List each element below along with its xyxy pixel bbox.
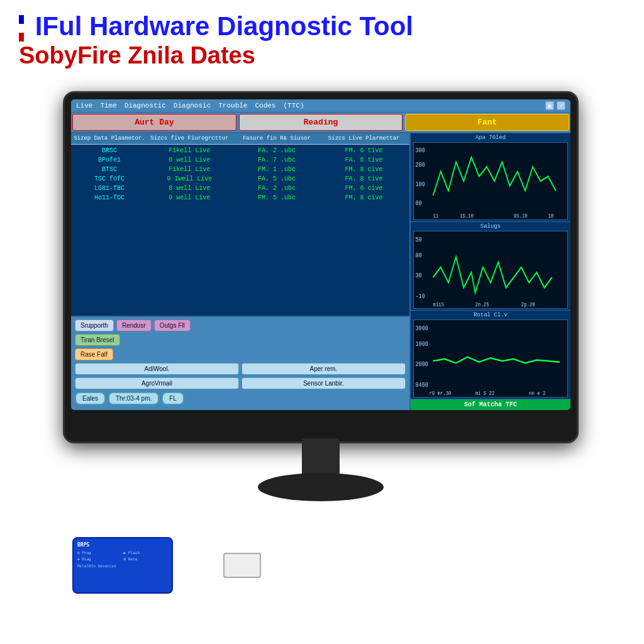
device-icons: ⚙ Prog ▶ Flash ◈ Diag ⊞ Data [77,550,168,561]
btn-row-4: AgroVrmail Sensor Lanbir. [75,377,406,389]
svg-text:50: 50 [415,236,421,243]
svg-text:10: 10 [548,213,553,219]
row6-c3: FM. 5 .ubc [234,194,320,201]
btn-row-2b: Rase Falf [75,348,406,360]
row3-c2: Fikell Live [147,166,233,173]
tab-aurt-day[interactable]: Aurt Day [72,114,236,131]
row4-c4: FA. 8 tive [321,175,407,182]
btn-outgs[interactable]: Outgs Fll [154,319,191,331]
menu-icon-1[interactable]: ▣ [545,101,554,110]
btn-thr[interactable]: Thr:03-4 pm. [108,392,159,405]
device-icon-4: ⊞ Data [124,557,169,561]
btn-sensor[interactable]: Sensor Lanbir. [242,377,406,389]
chart3-svg: 3000 1000 2000 8460 r9 mr.30 mi S 22 nn … [414,320,567,397]
svg-text:1000: 1000 [415,340,428,348]
row1-c2: Fikell Live [147,147,233,154]
svg-text:2p.20: 2p.20 [521,301,535,308]
row2-c2: 0 well Live [147,157,233,164]
row5-c3: FA. 2 .ubc [234,185,320,192]
chart2-title: Salugs [413,223,568,230]
menu-trouble[interactable]: Trouble [218,102,247,109]
menu-ttc[interactable]: (TTC) [283,102,304,109]
monitor-stand-base [258,473,384,501]
monitor-shell: Live Time Diagnostic Diagnosic Trouble C… [63,91,579,443]
svg-text:-10: -10 [415,292,425,300]
menu-icon-2[interactable]: ✓ [557,101,565,110]
screen-content: Live Time Diagnostic Diagnosic Trouble C… [71,99,570,410]
row6-c4: FM. 8 cive [321,194,407,201]
chart1-title: Apa 70led [413,135,568,141]
tab-reading[interactable]: Reading [239,114,403,131]
row1-c3: FA. 2 .ubc [234,147,320,154]
col-header-2: Sizcs five Fiurogrcttur [147,135,233,142]
btn-row-1: Srupporth Rendusr Outgs Fll [75,319,406,331]
btn-srupporth[interactable]: Srupporth [75,319,114,331]
col-header-3: Fasure fin R& Siusor [234,135,320,142]
row2-c3: FA. 7 .ubc [234,157,320,164]
svg-text:mi15: mi15 [433,301,444,308]
col-header-1: Sizep Data Plaametor. [74,135,145,142]
menu-diagnosic[interactable]: Diagnosic [174,102,211,109]
header-line2: SobyFire Znila Dates [19,42,625,70]
device-subtitle: MetalNfo Advanced [77,564,168,568]
main-area: Sizep Data Plaametor. Sizcs five Fiurogr… [71,133,570,410]
btn-rase[interactable]: Rase Falf [75,348,113,360]
table-row: BTSC Fikell Live FM. 1 .ubc FM. 8 cive [74,165,407,174]
menu-icons: ▣ ✓ [545,101,565,110]
btn-agrovrmail[interactable]: AgroVrmail [75,377,239,389]
device-box: BRP5 ⚙ Prog ▶ Flash ◈ Diag ⊞ Data MetalN… [72,537,173,594]
menu-items: Live Time Diagnostic Diagnosic Trouble C… [76,102,304,109]
chart1-svg: 300 200 100 80 11 1S.10 9S.10 10 [414,143,567,219]
svg-text:11: 11 [433,213,438,219]
monitor-bezel: Live Time Diagnostic Diagnosic Trouble C… [71,99,570,410]
svg-text:30: 30 [415,272,421,279]
svg-text:9S.10: 9S.10 [514,213,528,219]
row4-c3: FA. 5 .ubc [234,175,320,182]
connector-group [211,553,261,578]
row6-c2: 9 well Live [147,194,233,201]
row4-c2: 9 Iwell Live [147,175,233,182]
chart1-area: 300 200 100 80 11 1S.10 9S.10 10 [413,142,568,220]
row2-c1: BPofe1 [74,157,145,164]
device-icon-3: ◈ Diag [77,557,122,561]
chart-block-3: Rotal Cl.v 3000 1000 2000 8460 r9 mr.30 … [411,311,570,399]
header: IFul Hardware Diagnostic Tool SobyFire Z… [19,11,625,70]
menu-bar: Live Time Diagnostic Diagnosic Trouble C… [71,99,570,113]
chart2-area: 50 80 30 -10 mi15 2n.25 2p.20 [413,231,568,309]
data-panel: Sizep Data Plaametor. Sizcs five Fiurogr… [71,133,411,410]
row3-c4: FM. 8 cive [321,166,407,173]
row5-c2: 8 well Live [147,185,233,192]
svg-text:300: 300 [415,147,425,154]
flag-icon [19,15,24,42]
row4-c1: TSC fofC [74,175,145,182]
svg-text:2n.25: 2n.25 [475,301,489,308]
svg-text:100: 100 [415,180,425,188]
table-row: BRSC Fikell Live FA. 2 .ubc FM. 6 tive [74,146,407,155]
btn-fl[interactable]: FL [162,392,184,405]
col-headers: Sizep Data Plaametor. Sizcs five Fiurogr… [71,133,409,145]
chart2-svg: 50 80 30 -10 mi15 2n.25 2p.20 [414,231,567,308]
menu-diagnostic1[interactable]: Diagnostic [125,102,166,109]
menu-live[interactable]: Live [76,102,92,109]
menu-codes[interactable]: Codes [255,102,275,109]
btn-row-5: Eales Thr:03-4 pm. FL [75,392,406,405]
btn-rendusr[interactable]: Rendusr [116,319,152,331]
btn-aperrem[interactable]: Aper rem. [242,363,406,375]
tab-row: Aurt Day Reading Fant [71,113,570,133]
svg-text:200: 200 [415,161,425,169]
tab-fant[interactable]: Fant [405,114,569,131]
btn-tiran[interactable]: Tiran Bresel [75,334,120,346]
btn-row-3: AdiWool. Aper rem. [75,363,406,375]
status-bar: Sof Matcha TFC [411,399,570,410]
chart-block-1: Apa 70led 300 200 100 80 11 1S.10 9S.10 [411,133,570,222]
btn-adiwool[interactable]: AdiWool. [75,363,239,375]
chart-block-2: Salugs 50 80 30 -10 mi15 2n.25 2p.20 [411,222,570,311]
device-label: BRP5 ⚙ Prog ▶ Flash ◈ Diag ⊞ Data MetalN… [74,538,172,572]
menu-time[interactable]: Time [100,102,116,109]
buttons-area: Srupporth Rendusr Outgs Fll Tiran Bresel… [71,316,409,410]
btn-eales[interactable]: Eales [75,392,106,405]
svg-text:2000: 2000 [415,360,428,368]
charts-panel: Apa 70led 300 200 100 80 11 1S.10 9S.10 [411,133,570,410]
device-icon-1: ⚙ Prog [77,550,122,555]
table-row: LG81-fBC 8 well Live FA. 2 .ubc FM. 6 ci… [74,184,407,193]
